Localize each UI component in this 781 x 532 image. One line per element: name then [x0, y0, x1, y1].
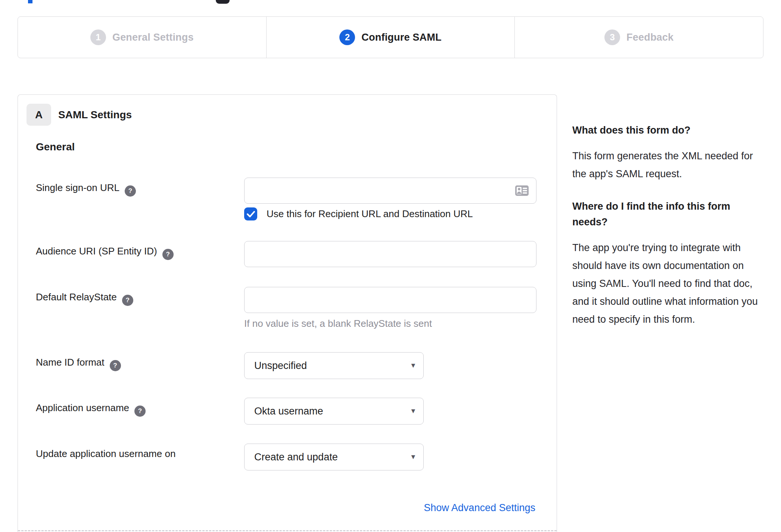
application-username-label-text: Application username [36, 402, 129, 413]
checkbox-checked-icon[interactable] [244, 207, 257, 220]
panel-dashed-divider [18, 530, 557, 531]
application-username-select[interactable]: Okta username ▾ [244, 398, 424, 425]
update-username-value: Create and update [254, 451, 338, 463]
single-sign-on-url-label: Single sign-on URL? [36, 182, 136, 197]
audience-uri-label-text: Audience URI (SP Entity ID) [36, 245, 157, 257]
step-general-settings[interactable]: 1 General Settings [18, 17, 266, 58]
help-icon[interactable]: ? [162, 249, 174, 260]
name-id-format-value: Unspecified [254, 360, 307, 372]
default-relaystate-label-text: Default RelayState [36, 291, 117, 303]
step-2-number: 2 [339, 29, 355, 45]
step-1-number: 1 [90, 29, 106, 45]
audience-uri-label: Audience URI (SP Entity ID)? [36, 245, 174, 260]
application-username-value: Okta username [254, 406, 323, 417]
relaystate-hint: If no value is set, a blank RelayState i… [244, 318, 432, 329]
cutoff-black-fragment [216, 0, 230, 4]
single-sign-on-url-input-wrap [244, 178, 536, 204]
update-username-label: Update application username on [36, 448, 175, 460]
step-feedback[interactable]: 3 Feedback [514, 17, 763, 58]
help-icon[interactable]: ? [110, 360, 121, 371]
step-1-label: General Settings [112, 32, 194, 43]
step-3-number: 3 [604, 29, 620, 45]
wizard-stepper: 1 General Settings 2 Configure SAML 3 Fe… [18, 16, 763, 58]
default-relaystate-label: Default RelayState? [36, 291, 133, 306]
single-sign-on-url-label-text: Single sign-on URL [36, 182, 119, 193]
cutoff-blue-fragment [28, 0, 32, 3]
default-relaystate-input[interactable] [244, 287, 536, 313]
show-advanced-settings-link[interactable]: Show Advanced Settings [424, 502, 535, 514]
chevron-down-icon: ▾ [411, 406, 415, 415]
step-2-label: Configure SAML [361, 32, 441, 43]
help-para-what: This form generates the XML needed for t… [572, 147, 764, 183]
help-icon[interactable]: ? [125, 185, 136, 197]
help-heading-what: What does this form do? [572, 122, 764, 138]
help-para-where: The app you're trying to integrate with … [572, 239, 764, 328]
chevron-down-icon: ▾ [411, 361, 415, 370]
saml-settings-panel: A SAML Settings General Single sign-on U… [18, 94, 557, 532]
name-id-format-select[interactable]: Unspecified ▾ [244, 352, 424, 379]
help-heading-where: Where do I find the info this form needs… [572, 198, 764, 230]
step-3-label: Feedback [626, 32, 673, 43]
help-icon[interactable]: ? [134, 406, 146, 417]
update-username-label-text: Update application username on [36, 448, 175, 459]
recipient-url-checkbox-row[interactable]: Use this for Recipient URL and Destinati… [244, 207, 473, 220]
name-id-format-label-text: Name ID format [36, 357, 105, 368]
recipient-url-checkbox-label: Use this for Recipient URL and Destinati… [267, 208, 473, 220]
audience-uri-input[interactable] [244, 241, 536, 267]
section-a-badge: A [27, 104, 51, 126]
contact-card-icon [515, 184, 529, 197]
name-id-format-label: Name ID format? [36, 357, 121, 371]
help-icon[interactable]: ? [122, 295, 133, 306]
chevron-down-icon: ▾ [411, 452, 415, 461]
panel-title: SAML Settings [58, 104, 132, 126]
application-username-label: Application username? [36, 402, 146, 417]
update-username-select[interactable]: Create and update ▾ [244, 444, 424, 470]
single-sign-on-url-input[interactable] [244, 178, 536, 204]
help-sidebar: What does this form do? This form genera… [572, 122, 764, 344]
step-configure-saml[interactable]: 2 Configure SAML [266, 17, 515, 58]
general-section-heading: General [36, 141, 75, 153]
